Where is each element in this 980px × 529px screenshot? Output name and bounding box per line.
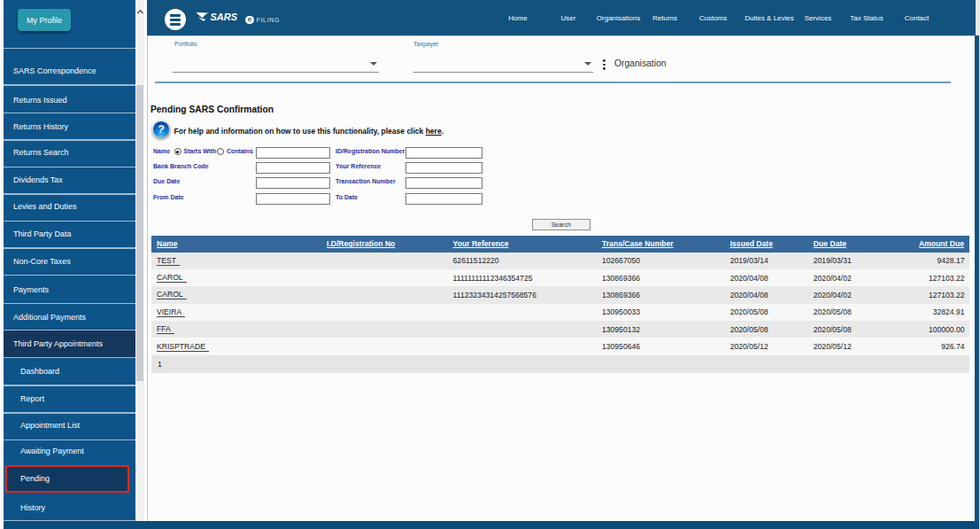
- svg-text:SARS: SARS: [211, 12, 238, 22]
